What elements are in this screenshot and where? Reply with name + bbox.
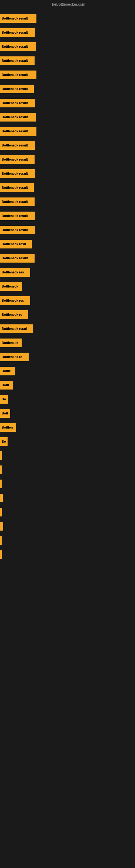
site-title: TheBottlenecker.com xyxy=(0,0,135,9)
result-bar: Bottleneck result xyxy=(0,56,35,65)
result-bar: Bottleneck resul xyxy=(0,324,33,333)
bar-row: Bottleneck xyxy=(0,336,135,350)
bar-row: Bottlen xyxy=(0,421,135,435)
result-bar: Bottleneck xyxy=(0,282,22,291)
result-bar xyxy=(0,536,2,545)
bar-row: Bottleneck result xyxy=(0,166,135,181)
bar-row: Bottleneck result xyxy=(0,96,135,110)
bar-row: Bott xyxy=(0,406,135,421)
result-bar xyxy=(0,479,2,488)
result-bar: Bottleneck result xyxy=(0,42,36,51)
result-bar: Bottlen xyxy=(0,423,16,432)
result-bar: Bottleneck result xyxy=(0,127,37,135)
result-bar xyxy=(0,522,3,531)
result-bar: Bottleneck result xyxy=(0,113,36,122)
result-bar: Bottleneck result xyxy=(0,197,35,206)
bar-row: Bottleneck result xyxy=(0,251,135,265)
bar-row: Bottleneck result xyxy=(0,124,135,138)
bar-row: Bottleneck result xyxy=(0,138,135,152)
result-bar: Bottleneck result xyxy=(0,254,35,262)
result-bar: Bottleneck res xyxy=(0,296,30,305)
bar-row xyxy=(0,547,135,561)
result-bar: Bottleneck result xyxy=(0,99,35,107)
bar-row: Bottleneck res xyxy=(0,293,135,308)
bar-row: Bottleneck result xyxy=(0,110,135,124)
result-bar: Bott xyxy=(0,409,10,418)
result-bar: Bottleneck re xyxy=(0,352,29,361)
bar-row: Bottleneck resul xyxy=(0,322,135,336)
bar-row: Bo xyxy=(0,392,135,406)
result-bar: Bottleneck res xyxy=(0,268,30,277)
bar-row: Bottleneck result xyxy=(0,68,135,82)
bar-row xyxy=(0,448,135,463)
result-bar xyxy=(0,508,2,517)
bar-row: Bottleneck result xyxy=(0,54,135,68)
result-bar: Bottleneck result xyxy=(0,14,37,23)
result-bar: Bo xyxy=(0,395,8,404)
bar-row xyxy=(0,505,135,519)
result-bar: Bottleneck result xyxy=(0,28,35,37)
bar-row xyxy=(0,533,135,547)
result-bar: Bo xyxy=(0,437,8,446)
bar-row: Bottleneck result xyxy=(0,26,135,40)
result-bar xyxy=(0,550,2,559)
bar-row: Bottleneck re xyxy=(0,350,135,364)
bar-row xyxy=(0,477,135,491)
result-bar: Bottleneck result xyxy=(0,183,34,192)
result-bar: Bottleneck result xyxy=(0,141,35,150)
result-bar: Bottleneck result xyxy=(0,70,37,79)
site-title-text: TheBottlenecker.com xyxy=(50,2,85,6)
bar-row: Bottleneck result xyxy=(0,11,135,26)
result-bar xyxy=(0,452,2,460)
bar-row xyxy=(0,491,135,505)
bar-row: Bottle xyxy=(0,364,135,378)
bar-row: Bottleneck result xyxy=(0,181,135,195)
result-bar: Bottleneck resu xyxy=(0,240,32,248)
result-bar: Bottleneck re xyxy=(0,310,28,319)
bar-row: Bottleneck result xyxy=(0,152,135,166)
result-bar: Bottleneck xyxy=(0,339,21,347)
bar-row: Bottleneck result xyxy=(0,209,135,223)
result-bar: Bottleneck result xyxy=(0,155,35,164)
bar-row: Bottleneck result xyxy=(0,223,135,237)
bar-row: Bottleneck result xyxy=(0,40,135,54)
result-bar: Bottleneck result xyxy=(0,212,35,220)
bar-row: Bottl xyxy=(0,378,135,392)
result-bar: Bottl xyxy=(0,381,13,390)
bar-row: Bottleneck result xyxy=(0,195,135,209)
result-bar: Bottleneck result xyxy=(0,85,34,93)
bar-row xyxy=(0,519,135,533)
result-bar: Bottle xyxy=(0,367,15,375)
bar-row: Bottleneck result xyxy=(0,82,135,96)
result-bar: Bottleneck result xyxy=(0,226,35,235)
bar-row: Bottleneck xyxy=(0,279,135,293)
bar-row: Bottleneck resu xyxy=(0,237,135,251)
result-bar xyxy=(0,465,2,474)
bar-row xyxy=(0,463,135,477)
bar-row: Bottleneck re xyxy=(0,308,135,322)
bars-container: Bottleneck resultBottleneck resultBottle… xyxy=(0,9,135,564)
result-bar: Bottleneck result xyxy=(0,169,35,178)
result-bar xyxy=(0,494,3,502)
bar-row: Bo xyxy=(0,435,135,448)
bar-row: Bottleneck res xyxy=(0,265,135,279)
